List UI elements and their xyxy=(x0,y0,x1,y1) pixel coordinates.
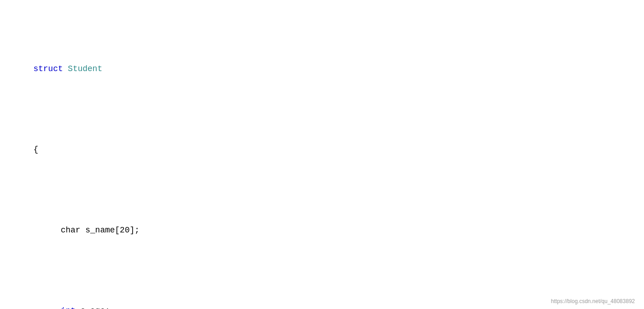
struct-declaration-line: struct Student xyxy=(14,48,630,89)
open-brace-1: { xyxy=(14,129,630,170)
student-name xyxy=(63,64,68,73)
watermark: https://blog.csdn.net/qu_48083892 xyxy=(551,298,635,304)
code-block: struct Student { char s_name[20]; int s_… xyxy=(14,9,630,309)
struct-keyword: struct xyxy=(33,64,63,73)
int-keyword-1: int xyxy=(61,306,75,309)
int-sage-line: int s_age; xyxy=(14,290,630,309)
student-type: Student xyxy=(68,64,103,73)
char-sname-line: char s_name[20]; xyxy=(14,210,630,251)
